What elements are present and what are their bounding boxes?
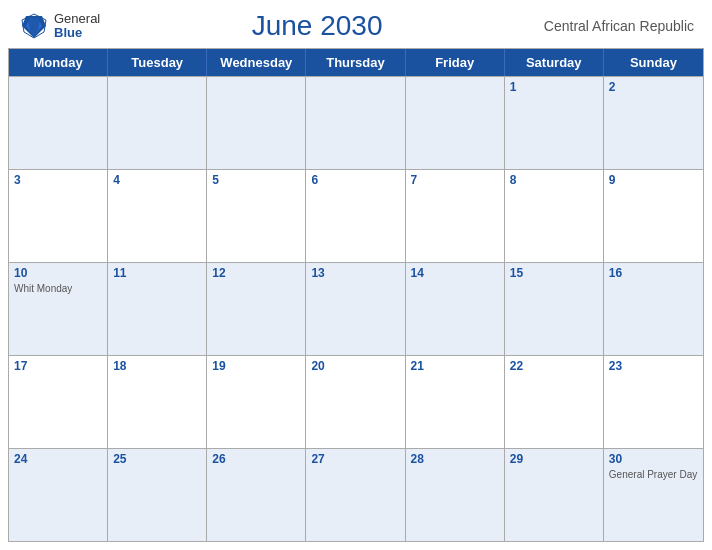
cell-jun-8: 8 (505, 170, 604, 262)
cell-jun-10: 10 Whit Monday (9, 263, 108, 355)
header-saturday: Saturday (505, 49, 604, 76)
cell-jun-30: 30 General Prayer Day (604, 449, 703, 541)
cell-jun-11: 11 (108, 263, 207, 355)
cell-jun-29: 29 (505, 449, 604, 541)
header-sunday: Sunday (604, 49, 703, 76)
header-tuesday: Tuesday (108, 49, 207, 76)
cell-jun-16: 16 (604, 263, 703, 355)
cell-empty (406, 77, 505, 169)
logo-text: General Blue (54, 12, 100, 41)
cell-jun-1: 1 (505, 77, 604, 169)
cell-jun-19: 19 (207, 356, 306, 448)
cell-jun-3: 3 (9, 170, 108, 262)
cell-jun-6: 6 (306, 170, 405, 262)
header-monday: Monday (9, 49, 108, 76)
cell-jun-24: 24 (9, 449, 108, 541)
calendar-row-4: 17 18 19 20 21 22 23 (9, 355, 703, 448)
calendar-row-3: 10 Whit Monday 11 12 13 14 15 16 (9, 262, 703, 355)
cell-jun-23: 23 (604, 356, 703, 448)
cell-jun-18: 18 (108, 356, 207, 448)
header-thursday: Thursday (306, 49, 405, 76)
cell-jun-26: 26 (207, 449, 306, 541)
calendar-page: General Blue June 2030 Central African R… (0, 0, 712, 550)
page-header: General Blue June 2030 Central African R… (0, 0, 712, 48)
cell-empty (207, 77, 306, 169)
cell-jun-17: 17 (9, 356, 108, 448)
cell-jun-7: 7 (406, 170, 505, 262)
cell-jun-12: 12 (207, 263, 306, 355)
cell-jun-22: 22 (505, 356, 604, 448)
cell-empty (9, 77, 108, 169)
cell-jun-27: 27 (306, 449, 405, 541)
cell-empty (108, 77, 207, 169)
cell-jun-14: 14 (406, 263, 505, 355)
logo-icon (18, 10, 50, 42)
logo: General Blue (18, 10, 100, 42)
cell-jun-20: 20 (306, 356, 405, 448)
header-friday: Friday (406, 49, 505, 76)
logo-general: General (54, 12, 100, 26)
header-wednesday: Wednesday (207, 49, 306, 76)
cell-empty (306, 77, 405, 169)
calendar-row-2: 3 4 5 6 7 8 9 (9, 169, 703, 262)
calendar-grid: Monday Tuesday Wednesday Thursday Friday… (8, 48, 704, 542)
cell-jun-9: 9 (604, 170, 703, 262)
cell-jun-5: 5 (207, 170, 306, 262)
country-name: Central African Republic (534, 18, 694, 34)
cell-jun-4: 4 (108, 170, 207, 262)
cell-jun-15: 15 (505, 263, 604, 355)
logo-blue: Blue (54, 26, 100, 40)
cell-jun-28: 28 (406, 449, 505, 541)
calendar-row-5: 24 25 26 27 28 29 30 General Prayer Day (9, 448, 703, 541)
cell-jun-2: 2 (604, 77, 703, 169)
cell-jun-13: 13 (306, 263, 405, 355)
cell-jun-25: 25 (108, 449, 207, 541)
calendar-title: June 2030 (100, 10, 534, 42)
cell-jun-21: 21 (406, 356, 505, 448)
calendar-body: 1 2 3 4 5 6 7 8 9 10 Whit Monday 11 12 (9, 76, 703, 541)
calendar-row-1: 1 2 (9, 76, 703, 169)
calendar-header: Monday Tuesday Wednesday Thursday Friday… (9, 49, 703, 76)
